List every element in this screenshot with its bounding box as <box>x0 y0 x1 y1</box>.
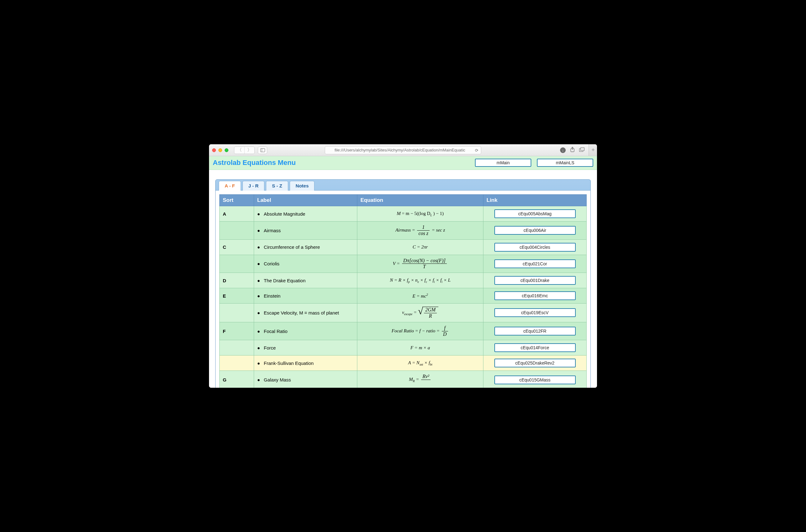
new-tab-button[interactable]: + <box>589 144 597 156</box>
link-cell: cEqu005AbsMag <box>483 206 587 222</box>
label-cell: ●Force <box>254 340 357 356</box>
link-cell: cEqu021Cor <box>483 255 587 273</box>
col-sort: Sort <box>219 195 254 206</box>
close-window-button[interactable] <box>212 148 216 152</box>
label-cell: ●Galaxy Mass <box>254 371 357 388</box>
table-row: A ●Absolute Magnitude M = m − 5((log DL … <box>219 206 587 222</box>
equation-cell: V = Dπ[cos(N) − cos(F)]T <box>357 255 483 273</box>
sort-cell <box>219 356 254 371</box>
link-cell: cEqu015GMass <box>483 371 587 388</box>
sort-cell: F <box>219 322 254 340</box>
sort-cell <box>219 340 254 356</box>
table-row: E ●Einstein E = mc2 cEqu016Emc <box>219 288 587 304</box>
equation-cell: F = m × a <box>357 340 483 356</box>
label-cell: ●Einstein <box>254 288 357 304</box>
equation-link-button[interactable]: cEqu016Emc <box>494 291 576 300</box>
equation-cell: A = Nast × fbt <box>357 356 483 371</box>
downloads-icon[interactable]: ↓ <box>560 147 566 153</box>
sort-cell <box>219 255 254 273</box>
zoom-window-button[interactable] <box>225 148 228 152</box>
forward-button[interactable]: 〉 <box>244 147 254 154</box>
table-header-row: Sort Label Equation Link <box>219 195 587 206</box>
equation-cell: M = m − 5((log DL ) − 1) <box>357 206 483 222</box>
header-button-mmainls[interactable]: mMainLS <box>537 159 593 167</box>
reload-icon[interactable]: ⟳ <box>475 148 478 152</box>
equation-link-button[interactable]: cEqu004Circles <box>494 243 576 252</box>
label-cell: ●Focal Ratio <box>254 322 357 340</box>
tab-row: A - F J - R S - Z Notes <box>216 181 590 191</box>
equation-link-button[interactable]: cEqu005AbsMag <box>494 209 576 218</box>
sort-cell: D <box>219 273 254 288</box>
url-text: file:///Users/alchymylab/Sites/Alchymy/A… <box>334 148 465 152</box>
equation-link-button[interactable]: cEqu012FR <box>494 327 576 336</box>
equation-link-button[interactable]: cEqu019EscV <box>494 308 576 317</box>
tab-a-f[interactable]: A - F <box>219 181 241 191</box>
minimize-window-button[interactable] <box>218 148 222 152</box>
address-bar[interactable]: file:///Users/alchymylab/Sites/Alchymy/A… <box>325 146 481 154</box>
back-button[interactable]: 〈 <box>234 147 244 154</box>
tab-panel: A - F J - R S - Z Notes Sort Label <box>215 179 591 388</box>
equation-cell: E = mc2 <box>357 288 483 304</box>
svg-rect-4 <box>581 147 584 151</box>
equation-link-button[interactable]: cEqu001Drake <box>494 276 576 285</box>
tab-s-z[interactable]: S - Z <box>266 181 288 191</box>
equation-cell: Focal Ratio = f − ratio = fD <box>357 322 483 340</box>
link-cell: cEqu016Emc <box>483 288 587 304</box>
equation-cell: C = 2πr <box>357 240 483 255</box>
link-cell: cEqu019EscV <box>483 304 587 322</box>
page-header: Astrolab Equations Menu mMain mMainLS <box>209 156 597 170</box>
equation-link-button[interactable]: cEqu021Cor <box>494 260 576 268</box>
sort-cell: C <box>219 240 254 255</box>
equation-link-button[interactable]: cEqu006Air <box>494 226 576 235</box>
svg-rect-0 <box>260 148 265 152</box>
link-cell: cEqu004Circles <box>483 240 587 255</box>
equation-cell: N = R × fp × ne × fc × fi × fi × L <box>357 273 483 288</box>
link-cell: cEqu001Drake <box>483 273 587 288</box>
table-row: F ●Focal Ratio Focal Ratio = f − ratio =… <box>219 322 587 340</box>
equation-link-button[interactable]: cEqu014Force <box>494 343 576 352</box>
tabs-icon[interactable] <box>579 147 584 153</box>
equation-link-button[interactable]: cEqu015GMass <box>494 376 576 384</box>
label-cell: ●Circumference of a Sphere <box>254 240 357 255</box>
sort-cell: A <box>219 206 254 222</box>
sort-cell <box>219 304 254 322</box>
share-icon[interactable] <box>570 147 575 153</box>
table-row: G ●Galaxy Mass MR = Rv² cEqu015GMass <box>219 371 587 388</box>
table-row: ●Airmass Airmass = 1cos z = sec z cEqu00… <box>219 222 587 240</box>
col-equation: Equation <box>357 195 483 206</box>
page-title: Astrolab Equations Menu <box>213 159 469 167</box>
sort-cell <box>219 222 254 240</box>
table-row: C ●Circumference of a Sphere C = 2πr cEq… <box>219 240 587 255</box>
equation-cell: vescape = √2GMR <box>357 304 483 322</box>
label-cell: ●The Drake Equation <box>254 273 357 288</box>
label-cell: ●Coriolis <box>254 255 357 273</box>
link-cell: cEqu006Air <box>483 222 587 240</box>
label-cell: ●Airmass <box>254 222 357 240</box>
table-row: ●Force F = m × a cEqu014Force <box>219 340 587 356</box>
label-cell: ●Absolute Magnitude <box>254 206 357 222</box>
equation-cell: MR = Rv² <box>357 371 483 388</box>
label-cell: ●Frank-Sullivan Equation <box>254 356 357 371</box>
equation-link-button[interactable]: cEqu025DrakeRev2 <box>494 359 576 367</box>
link-cell: cEqu012FR <box>483 322 587 340</box>
link-cell: cEqu025DrakeRev2 <box>483 356 587 371</box>
sort-cell: G <box>219 371 254 388</box>
table-row: ●Coriolis V = Dπ[cos(N) − cos(F)]T cEqu0… <box>219 255 587 273</box>
col-link: Link <box>483 195 587 206</box>
window-controls <box>212 148 228 152</box>
nav-buttons: 〈 〉 <box>234 147 255 154</box>
header-button-mmain[interactable]: mMain <box>475 159 531 167</box>
browser-window: 〈 〉 file:///Users/alchymylab/Sites/Alchy… <box>209 144 597 388</box>
sidebar-toggle-button[interactable] <box>258 147 267 154</box>
equation-cell: Airmass = 1cos z = sec z <box>357 222 483 240</box>
tab-notes[interactable]: Notes <box>290 181 315 191</box>
sort-cell: E <box>219 288 254 304</box>
label-cell: ●Escape Velocity, M = mass of planet <box>254 304 357 322</box>
equation-table: Sort Label Equation Link A ●Absolute Mag… <box>219 194 587 388</box>
link-cell: cEqu014Force <box>483 340 587 356</box>
table-row: ●Frank-Sullivan Equation A = Nast × fbt … <box>219 356 587 371</box>
col-label: Label <box>254 195 357 206</box>
table-row: D ●The Drake Equation N = R × fp × ne × … <box>219 273 587 288</box>
tab-j-r[interactable]: J - R <box>243 181 265 191</box>
table-row: ●Escape Velocity, M = mass of planet ves… <box>219 304 587 322</box>
